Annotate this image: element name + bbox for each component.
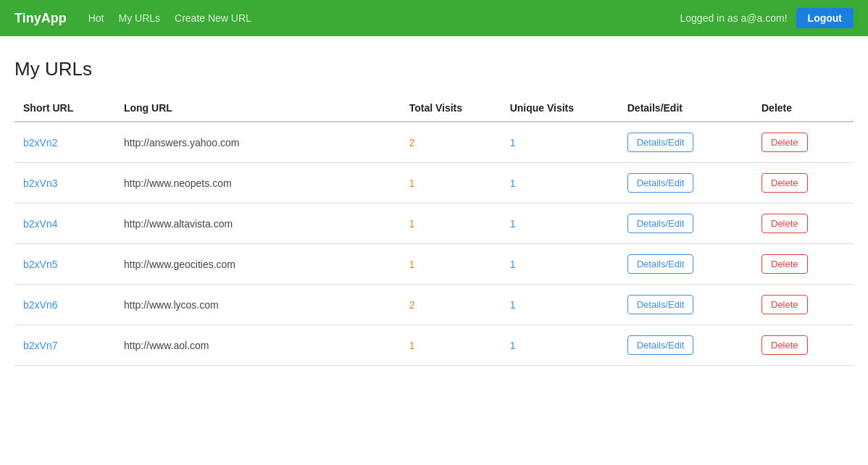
short-url-link[interactable]: b2xVn5 (23, 259, 57, 270)
header-details-edit: Details/Edit (619, 95, 753, 122)
details-edit-button[interactable]: Details/Edit (627, 173, 694, 193)
table-row: b2xVn2http://answers.yahoo.com21Details/… (14, 122, 854, 163)
page-title: My URLs (14, 58, 854, 80)
short-url-link[interactable]: b2xVn7 (23, 340, 57, 351)
table-row: b2xVn7http://www.aol.com11Details/EditDe… (14, 325, 854, 366)
details-edit-button[interactable]: Details/Edit (627, 214, 694, 233)
table-row: b2xVn3http://www.neopets.com11Details/Ed… (14, 163, 854, 204)
header-total-visits: Total Visits (401, 95, 501, 122)
delete-button[interactable]: Delete (761, 133, 808, 152)
header-unique-visits: Unique Visits (501, 95, 619, 122)
nav-hot[interactable]: Hot (88, 12, 104, 24)
brand-logo: TinyApp (14, 11, 67, 26)
total-visits: 2 (401, 285, 501, 325)
total-visits: 1 (401, 163, 501, 204)
total-visits: 2 (401, 122, 501, 163)
delete-button[interactable]: Delete (761, 214, 808, 233)
total-visits: 1 (401, 325, 501, 366)
table-row: b2xVn5http://www.geocities.com11Details/… (14, 244, 854, 285)
logout-button[interactable]: Logout (796, 8, 854, 28)
header-short-url: Short URL (14, 95, 115, 122)
long-url: http://www.neopets.com (115, 163, 401, 204)
delete-button[interactable]: Delete (761, 335, 808, 355)
navbar: TinyApp Hot My URLs Create New URL Logge… (0, 0, 868, 36)
short-url-link[interactable]: b2xVn3 (23, 177, 57, 189)
header-delete: Delete (753, 95, 854, 122)
long-url: http://www.geocities.com (115, 244, 401, 285)
long-url: http://www.aol.com (115, 325, 401, 366)
table-row: b2xVn4http://www.altavista.com11Details/… (14, 204, 854, 244)
details-edit-button[interactable]: Details/Edit (627, 254, 694, 274)
details-edit-button[interactable]: Details/Edit (627, 133, 694, 152)
long-url: http://www.altavista.com (115, 204, 401, 244)
unique-visits: 1 (501, 244, 619, 285)
total-visits: 1 (401, 244, 501, 285)
logged-in-text: Logged in as a@a.com! (680, 12, 787, 24)
table-row: b2xVn6http://www.lycos.com21Details/Edit… (14, 285, 854, 325)
nav-right: Logged in as a@a.com! Logout (680, 8, 854, 28)
long-url: http://answers.yahoo.com (115, 122, 401, 163)
long-url: http://www.lycos.com (115, 285, 401, 325)
total-visits: 1 (401, 204, 501, 244)
main-content: My URLs Short URL Long URL Total Visits … (0, 36, 868, 388)
short-url-link[interactable]: b2xVn2 (23, 137, 57, 148)
unique-visits: 1 (501, 163, 619, 204)
unique-visits: 1 (501, 285, 619, 325)
delete-button[interactable]: Delete (761, 173, 808, 193)
details-edit-button[interactable]: Details/Edit (627, 335, 694, 355)
nav-create-new-url[interactable]: Create New URL (175, 12, 251, 24)
nav-my-urls[interactable]: My URLs (118, 12, 160, 24)
table-body: b2xVn2http://answers.yahoo.com21Details/… (14, 122, 854, 366)
unique-visits: 1 (501, 325, 619, 366)
header-long-url: Long URL (115, 95, 401, 122)
details-edit-button[interactable]: Details/Edit (627, 295, 694, 314)
short-url-link[interactable]: b2xVn4 (23, 218, 57, 230)
unique-visits: 1 (501, 204, 619, 244)
delete-button[interactable]: Delete (761, 295, 808, 314)
urls-table: Short URL Long URL Total Visits Unique V… (14, 95, 854, 366)
short-url-link[interactable]: b2xVn6 (23, 299, 57, 311)
unique-visits: 1 (501, 122, 619, 163)
delete-button[interactable]: Delete (761, 254, 808, 274)
table-header: Short URL Long URL Total Visits Unique V… (14, 95, 854, 122)
nav-links: Hot My URLs Create New URL (88, 12, 680, 24)
